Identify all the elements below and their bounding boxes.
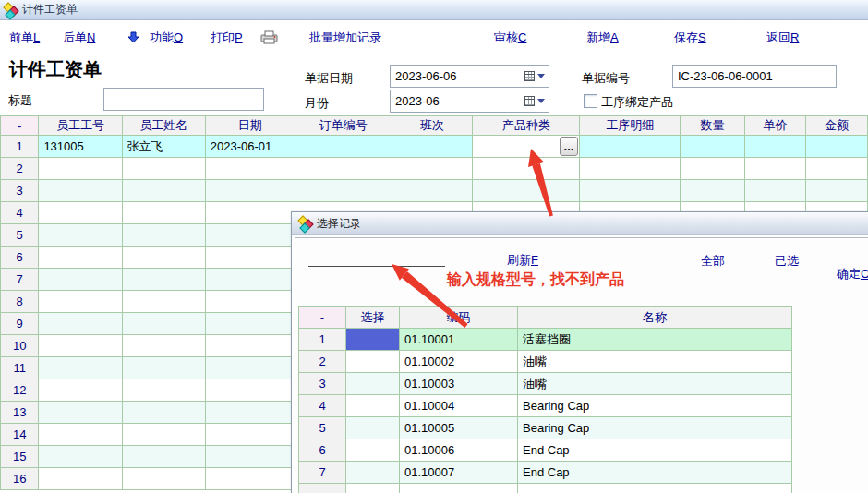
month-dropdown-button[interactable]: [523, 92, 547, 110]
grid-cell[interactable]: [805, 158, 867, 180]
selected-link[interactable]: 已选: [775, 253, 799, 270]
grid-cell[interactable]: [122, 402, 205, 424]
code-cell[interactable]: 01.10005: [400, 417, 518, 439]
grid-cell[interactable]: [744, 158, 805, 180]
row-selector[interactable]: 5: [1, 224, 39, 246]
grid-cell[interactable]: [392, 136, 473, 158]
toolbar-item-save[interactable]: 保存S: [674, 30, 706, 46]
grid-cell[interactable]: 张立飞: [122, 136, 205, 158]
doc-date-input[interactable]: 2023-06-06: [390, 65, 549, 88]
grid-cell[interactable]: [122, 379, 205, 402]
grid-cell[interactable]: [205, 446, 295, 468]
grid-cell[interactable]: [122, 424, 205, 446]
grid-cell[interactable]: [39, 269, 122, 291]
select-cell[interactable]: [346, 439, 400, 462]
grid-cell[interactable]: [295, 158, 392, 180]
name-cell[interactable]: Bearing Cap: [518, 395, 792, 417]
grid-cell[interactable]: [805, 136, 867, 158]
grid-cell[interactable]: [122, 335, 205, 357]
name-cell[interactable]: 活塞挡圈: [518, 329, 792, 351]
row-selector[interactable]: 12: [1, 379, 39, 402]
grid-cell[interactable]: [39, 180, 122, 202]
row-selector[interactable]: 1: [1, 136, 39, 158]
row-selector[interactable]: 15: [1, 446, 39, 468]
code-cell[interactable]: 01.10001: [400, 329, 518, 351]
dialog-row-selector[interactable]: 4: [299, 395, 346, 417]
grid-cell[interactable]: [579, 136, 680, 158]
toolbar-item-prev-doc[interactable]: 前单L: [9, 30, 40, 46]
dialog-row-selector[interactable]: 5: [299, 417, 346, 439]
select-cell[interactable]: [346, 484, 400, 493]
grid-cell[interactable]: [122, 357, 205, 379]
grid-cell[interactable]: [39, 402, 122, 424]
grid-cell[interactable]: ...: [473, 136, 580, 158]
row-selector[interactable]: 2: [1, 158, 39, 180]
name-cell[interactable]: 油嘴: [518, 351, 792, 373]
grid-cell[interactable]: [39, 379, 122, 402]
dialog-row-selector[interactable]: 2: [299, 351, 346, 373]
down-arrow-icon[interactable]: [127, 30, 139, 47]
grid-cell[interactable]: [122, 446, 205, 468]
grid-cell[interactable]: [744, 180, 805, 202]
grid-cell[interactable]: [392, 158, 473, 180]
grid-cell[interactable]: [39, 246, 122, 269]
all-link[interactable]: 全部: [701, 253, 725, 270]
code-cell[interactable]: 01.10002: [400, 351, 518, 373]
grid-cell[interactable]: [122, 246, 205, 269]
grid-cell[interactable]: [39, 357, 122, 379]
row-selector[interactable]: 14: [1, 424, 39, 446]
product-lookup-button[interactable]: ...: [560, 137, 578, 156]
grid-cell[interactable]: 131005: [39, 136, 122, 158]
code-cell[interactable]: 01.10007: [400, 462, 518, 484]
grid-cell[interactable]: [295, 136, 392, 158]
grid-cell[interactable]: [205, 357, 295, 379]
select-cell[interactable]: [346, 462, 400, 484]
dialog-row-selector[interactable]: 7: [299, 462, 346, 484]
grid-cell[interactable]: [681, 158, 745, 180]
grid-cell[interactable]: [39, 335, 122, 357]
code-cell[interactable]: 01.10003: [400, 373, 518, 395]
grid-cell[interactable]: [205, 468, 295, 490]
row-selector[interactable]: 13: [1, 402, 39, 424]
dialog-row-selector[interactable]: 1: [299, 329, 346, 351]
grid-cell[interactable]: [205, 180, 295, 202]
toolbar-item-audit[interactable]: 审核C: [494, 30, 526, 46]
name-cell[interactable]: End Cap: [518, 439, 792, 462]
code-cell[interactable]: 01.10006: [400, 439, 518, 462]
grid-cell[interactable]: [122, 313, 205, 335]
doc-date-dropdown-button[interactable]: [523, 67, 547, 85]
grid-cell[interactable]: [122, 180, 205, 202]
row-selector[interactable]: 6: [1, 246, 39, 269]
grid-cell[interactable]: [473, 180, 580, 202]
dialog-row-selector[interactable]: 3: [299, 373, 346, 395]
grid-cell[interactable]: [579, 180, 680, 202]
grid-cell[interactable]: [205, 313, 295, 335]
grid-cell[interactable]: [39, 313, 122, 335]
dialog-row-selector[interactable]: [299, 484, 346, 493]
grid-cell[interactable]: [39, 291, 122, 313]
name-cell[interactable]: End Cap: [518, 462, 792, 484]
grid-cell[interactable]: [295, 180, 392, 202]
grid-cell[interactable]: [122, 158, 205, 180]
toolbar-item-functions[interactable]: 功能O: [150, 30, 183, 46]
select-cell[interactable]: [346, 329, 400, 351]
grid-cell[interactable]: [205, 402, 295, 424]
grid-cell[interactable]: [205, 379, 295, 402]
grid-cell[interactable]: [122, 202, 205, 224]
code-cell[interactable]: [400, 484, 518, 493]
row-selector[interactable]: 7: [1, 269, 39, 291]
grid-cell[interactable]: [205, 269, 295, 291]
grid-cell[interactable]: [122, 269, 205, 291]
grid-cell[interactable]: [205, 335, 295, 357]
toolbar-item-batch-add[interactable]: 批量增加记录: [309, 30, 381, 46]
grid-cell[interactable]: [205, 158, 295, 180]
row-selector[interactable]: 3: [1, 180, 39, 202]
name-cell[interactable]: [518, 484, 792, 493]
toolbar-item-next-doc[interactable]: 后单N: [63, 30, 95, 46]
grid-cell[interactable]: 2023-06-01: [205, 136, 295, 158]
grid-cell[interactable]: [122, 224, 205, 246]
grid-cell[interactable]: [205, 246, 295, 269]
name-cell[interactable]: 油嘴: [518, 373, 792, 395]
doc-no-input[interactable]: [672, 65, 837, 88]
grid-cell[interactable]: [39, 468, 122, 490]
